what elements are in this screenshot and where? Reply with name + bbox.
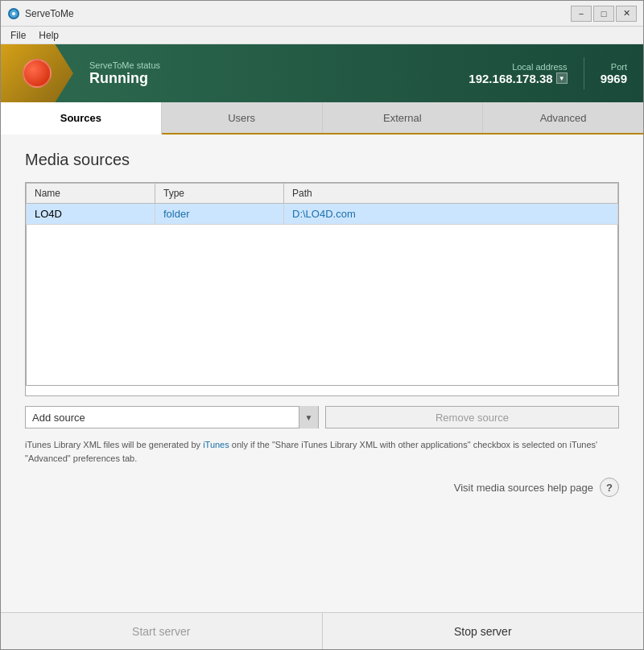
remove-source-button[interactable]: Remove source: [325, 406, 619, 429]
port-value: 9969: [601, 72, 627, 85]
tab-bar: Sources Users External Advanced: [1, 102, 643, 135]
info-text: iTunes Library XML files will be generat…: [25, 438, 619, 465]
separator: [584, 57, 584, 89]
help-label: Visit media sources help page: [454, 482, 593, 494]
app-window: ServeToMe − □ ✕ File Help ServeToMe stat…: [0, 0, 644, 650]
tab-users[interactable]: Users: [162, 102, 323, 133]
row-name: LO4D: [27, 204, 155, 225]
col-header-type: Type: [155, 184, 284, 204]
add-source-arrow-icon[interactable]: ▼: [299, 406, 318, 429]
port-label: Port: [601, 62, 627, 72]
local-address-value: 192.168.178.38 ▼: [469, 72, 567, 85]
tab-advanced[interactable]: Advanced: [483, 102, 643, 133]
app-icon: [7, 7, 20, 20]
local-address-label: Local address: [469, 62, 567, 72]
status-value: Running: [89, 70, 452, 87]
table-row[interactable]: LO4D folder D:\LO4D.com: [27, 204, 618, 225]
tab-external[interactable]: External: [323, 102, 484, 133]
help-row: Visit media sources help page ?: [25, 478, 619, 497]
tab-sources[interactable]: Sources: [1, 102, 162, 135]
itunes-link[interactable]: iTunes: [203, 440, 229, 449]
sources-table-container: Name Type Path LO4D folder D:\LO4D.com: [25, 182, 619, 396]
address-section: Local address 192.168.178.38 ▼ Port 9969: [469, 57, 643, 89]
table-empty-space: [27, 225, 618, 386]
port-group: Port 9969: [601, 62, 627, 85]
window-controls: − □ ✕: [571, 6, 637, 22]
status-header: ServeToMe status Running Local address 1…: [1, 44, 643, 102]
add-source-label: Add source: [26, 412, 299, 424]
svg-point-2: [12, 12, 15, 15]
title-bar: ServeToMe − □ ✕: [1, 1, 643, 27]
status-info: ServeToMe status Running: [73, 60, 469, 87]
add-source-dropdown[interactable]: Add source ▼: [25, 406, 319, 429]
status-label: ServeToMe status: [89, 60, 452, 70]
address-dropdown-button[interactable]: ▼: [556, 72, 568, 84]
footer: Start server Stop server: [1, 612, 643, 649]
menu-help[interactable]: Help: [32, 28, 65, 43]
menu-bar: File Help: [1, 27, 643, 44]
start-server-button[interactable]: Start server: [1, 613, 323, 650]
minimize-button[interactable]: −: [571, 6, 592, 22]
col-header-path: Path: [284, 184, 618, 204]
help-button[interactable]: ?: [600, 478, 619, 497]
source-controls: Add source ▼ Remove source: [25, 406, 619, 429]
logo-circle: [23, 59, 52, 88]
menu-file[interactable]: File: [4, 28, 32, 43]
stop-server-button[interactable]: Stop server: [323, 613, 644, 650]
window-title: ServeToMe: [25, 8, 571, 19]
maximize-button[interactable]: □: [593, 6, 614, 22]
sources-table: Name Type Path LO4D folder D:\LO4D.com: [26, 183, 618, 386]
content-area: Media sources Name Type Path LO4D folder…: [1, 135, 643, 649]
section-title: Media sources: [25, 151, 619, 169]
row-path: D:\LO4D.com: [284, 204, 618, 225]
row-type: folder: [155, 204, 284, 225]
logo-section: [1, 44, 73, 102]
local-address-group: Local address 192.168.178.38 ▼: [469, 62, 567, 85]
close-button[interactable]: ✕: [616, 6, 637, 22]
col-header-name: Name: [27, 184, 155, 204]
